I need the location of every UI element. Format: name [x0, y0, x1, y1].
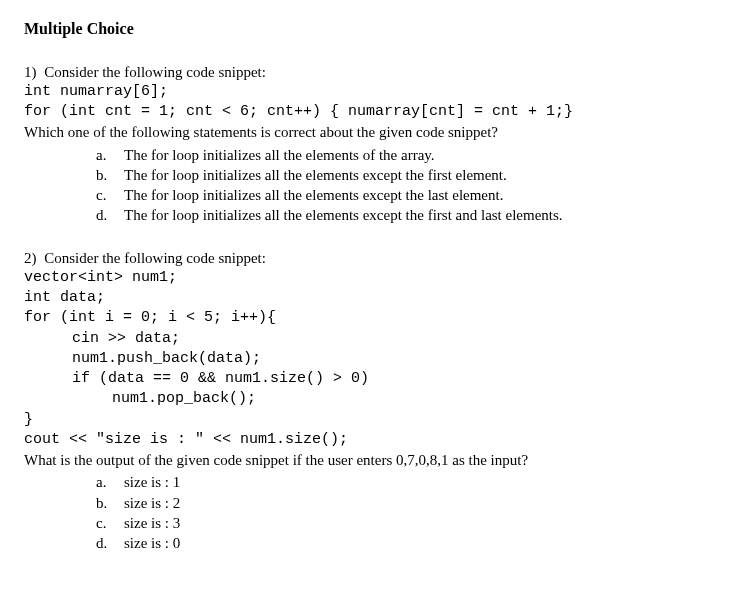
option-text: The for loop initializes all the element…	[124, 205, 563, 225]
q1-number: 1)	[24, 64, 37, 80]
option-letter: c.	[96, 513, 110, 533]
q2-prompt: What is the output of the given code sni…	[24, 450, 716, 470]
option-letter: d.	[96, 533, 110, 553]
option-letter: c.	[96, 185, 110, 205]
q1-code-line2: for (int cnt = 1; cnt < 6; cnt++) { numa…	[24, 102, 716, 122]
q1-option-d[interactable]: d. The for loop initializes all the elem…	[96, 205, 716, 225]
q1-stem-line: 1) Consider the following code snippet:	[24, 62, 716, 82]
q1-option-a[interactable]: a. The for loop initializes all the elem…	[96, 145, 716, 165]
option-text: size is : 0	[124, 533, 180, 553]
q1-options: a. The for loop initializes all the elem…	[96, 145, 716, 226]
option-letter: b.	[96, 165, 110, 185]
question-1: 1) Consider the following code snippet: …	[24, 62, 716, 226]
q2-stem-line: 2) Consider the following code snippet:	[24, 248, 716, 268]
option-letter: b.	[96, 493, 110, 513]
q1-prompt: Which one of the following statements is…	[24, 122, 716, 142]
option-text: The for loop initializes all the element…	[124, 145, 435, 165]
q1-option-b[interactable]: b. The for loop initializes all the elem…	[96, 165, 716, 185]
option-letter: d.	[96, 205, 110, 225]
q1-option-c[interactable]: c. The for loop initializes all the elem…	[96, 185, 716, 205]
q2-number: 2)	[24, 250, 37, 266]
q2-option-d[interactable]: d. size is : 0	[96, 533, 716, 553]
q2-code-line8: }	[24, 410, 716, 430]
option-text: The for loop initializes all the element…	[124, 165, 507, 185]
option-letter: a.	[96, 472, 110, 492]
option-text: The for loop initializes all the element…	[124, 185, 503, 205]
option-text: size is : 1	[124, 472, 180, 492]
q2-code-line3: for (int i = 0; i < 5; i++){	[24, 308, 716, 328]
q2-option-a[interactable]: a. size is : 1	[96, 472, 716, 492]
q2-code-line9: cout << "size is : " << num1.size();	[24, 430, 716, 450]
q2-option-b[interactable]: b. size is : 2	[96, 493, 716, 513]
section-heading: Multiple Choice	[24, 18, 716, 40]
q2-code-line2: int data;	[24, 288, 716, 308]
question-2: 2) Consider the following code snippet: …	[24, 248, 716, 554]
option-letter: a.	[96, 145, 110, 165]
q2-code-line7: num1.pop_back();	[112, 389, 716, 409]
q1-stem: Consider the following code snippet:	[40, 64, 266, 80]
q2-code-line5: num1.push_back(data);	[72, 349, 716, 369]
option-text: size is : 2	[124, 493, 180, 513]
q2-code-line1: vector<int> num1;	[24, 268, 716, 288]
q2-code-line4: cin >> data;	[72, 329, 716, 349]
q2-option-c[interactable]: c. size is : 3	[96, 513, 716, 533]
q2-options: a. size is : 1 b. size is : 2 c. size is…	[96, 472, 716, 553]
option-text: size is : 3	[124, 513, 180, 533]
q1-code-line1: int numarray[6];	[24, 82, 716, 102]
q2-stem: Consider the following code snippet:	[40, 250, 266, 266]
q2-code-line6: if (data == 0 && num1.size() > 0)	[72, 369, 716, 389]
